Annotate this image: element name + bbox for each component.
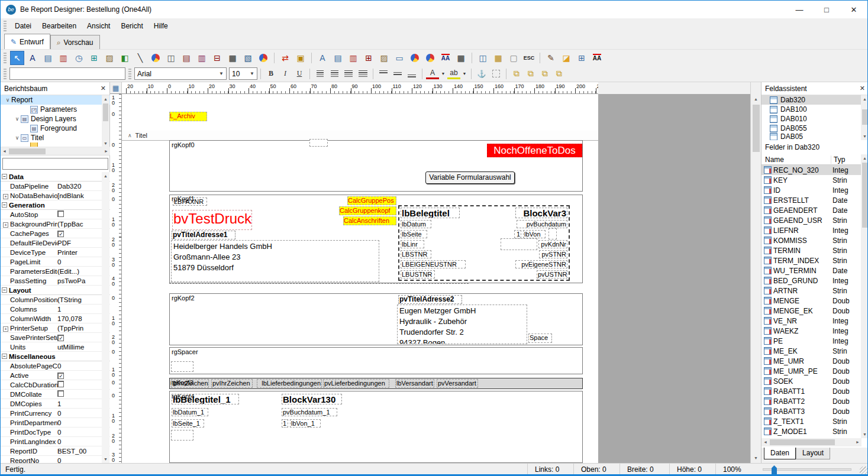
report-page[interactable]: ∧ Titel L_ArchivrgKopf0NochOffeneToDosVa… (122, 94, 598, 463)
highlight-color-button[interactable]: ab (447, 69, 460, 79)
font-size-combo[interactable]: 10 ▼ (229, 67, 257, 80)
expand-icon[interactable]: + (3, 194, 8, 199)
calcgruppenkopf-label[interactable]: CalcGruppenkopf (339, 206, 396, 215)
chevron-down-icon[interactable]: ∨ (4, 97, 11, 103)
checkbox-checked[interactable]: ✓ (57, 231, 64, 237)
pvtiteladresse1-label[interactable]: pvTitelAdresse1 (172, 231, 235, 239)
table-item-dab055[interactable]: DAB055 (761, 124, 861, 133)
calcgruppepos-label[interactable]: CalcGruppePos (347, 196, 396, 205)
chevron-down-icon[interactable]: ∨ (14, 116, 21, 122)
close-icon[interactable]: ✕ (101, 85, 106, 92)
lbdatum-1-label[interactable]: lbDatum_1 (172, 408, 208, 416)
zoom-slider-thumb[interactable] (772, 465, 777, 474)
line-tool[interactable]: ╲ (133, 51, 147, 65)
collapse-icon[interactable]: − (2, 202, 7, 208)
select-tool[interactable]: ↖ (10, 51, 24, 65)
field-row-geaendert[interactable]: GEAENDERTDate (761, 205, 861, 215)
underline-button[interactable]: U (293, 67, 306, 80)
property-row-printersetup[interactable]: +PrinterSetup(TppPrin (1, 323, 110, 333)
property-row-columnpositions[interactable]: ColumnPositions(TString (1, 295, 110, 305)
property-row-backgroundprintse[interactable]: +BackgroundPrintSe(TppBac (1, 219, 110, 229)
report-tree-vscrollbar[interactable]: ▲ ▼ (102, 95, 109, 147)
archive-tool[interactable]: ▣ (293, 51, 308, 65)
property-row-reportid[interactable]: ReportIDBEST_00 (1, 446, 110, 456)
db-barcode-tool[interactable]: ▦ (225, 51, 240, 65)
lbvon-1-value[interactable]: 1 (282, 419, 288, 428)
checkbox-checked[interactable]: ✓ (57, 373, 64, 379)
close-button[interactable]: ✕ (840, 1, 867, 18)
field-row-liefnr[interactable]: LIEFNRInteg (761, 225, 861, 235)
archiv-label[interactable]: L_Archiv (169, 112, 207, 121)
menu-grip[interactable] (4, 21, 7, 31)
field-row-kommiss[interactable]: KOMMISSStrin (761, 235, 861, 245)
sidebar-item-report[interactable]: ∨Report (1, 95, 110, 105)
column-typ-header[interactable]: Typ (831, 156, 845, 164)
field-row-rabatt1[interactable]: RABATT1Doub (761, 386, 861, 396)
field-row-menge[interactable]: MENGEDoub (761, 296, 861, 306)
variable-tool[interactable]: ⊞ (87, 51, 101, 65)
scroll-up-icon[interactable]: ▲ (752, 95, 760, 103)
scroll-left-icon[interactable]: ◄ (761, 438, 769, 446)
field-row-bed_grund[interactable]: BED_GRUNDInteg (761, 276, 861, 286)
field-row-waekz[interactable]: WAEKZInteg (761, 326, 861, 336)
checkbox-unchecked[interactable] (57, 211, 64, 217)
scroll-down-icon[interactable]: ▼ (752, 454, 760, 462)
collapse-icon[interactable]: − (2, 287, 7, 293)
field-row-me_umr[interactable]: ME_UMRDoub (761, 356, 861, 366)
db-text-tool[interactable]: ◫ (164, 51, 178, 65)
property-row-parameterseditor[interactable]: ParametersEditor(Edit...) (1, 267, 110, 276)
band-collapse-icon[interactable]: ∧ (128, 132, 132, 138)
lbvon-value[interactable]: 1 (514, 230, 521, 238)
sub-memo-tool[interactable]: ▤ (331, 51, 345, 65)
sub-chart2-tool[interactable] (423, 51, 437, 65)
placeholder-box[interactable] (171, 361, 193, 372)
field-row-termin[interactable]: TERMINStrin (761, 245, 861, 255)
chevron-down-icon[interactable]: ▼ (246, 71, 254, 76)
font-name-combo[interactable]: Arial ▼ (134, 67, 227, 80)
noch-offene-todos-label[interactable]: NochOffeneToDos (487, 144, 582, 157)
bring-to-front-button[interactable]: ⧉ (510, 67, 523, 80)
send-to-back-button[interactable]: ⧉ (524, 67, 537, 80)
field-row-rabatt2[interactable]: RABATT2Doub (761, 396, 861, 406)
sub-image-tool[interactable]: ▨ (377, 51, 391, 65)
swap-pages-tool[interactable]: ⇄ (278, 51, 292, 65)
pvversandart-label[interactable]: pvVersandart (437, 379, 478, 388)
align-justify-button[interactable] (356, 67, 369, 80)
lbfaxnr-label[interactable]: LBFAXNR (173, 197, 207, 206)
placeholder-box[interactable] (548, 228, 557, 239)
pvstnr-label[interactable]: pvSTNR (539, 250, 567, 258)
page-tool[interactable]: ▢ (506, 51, 521, 65)
space-label[interactable]: Space (528, 333, 552, 343)
db-calc-tool[interactable]: ⊟ (210, 51, 224, 65)
db-richtext-tool[interactable]: ▥ (195, 51, 209, 65)
field-row-key[interactable]: KEYStrin (761, 175, 861, 185)
anchor-button[interactable]: ⚓ (475, 67, 488, 80)
tab-vorschau[interactable]: ⌕Vorschau (50, 35, 100, 49)
address2-memo[interactable]: Eugen Metzger GmbH Hydraulik - Zubehör T… (397, 305, 527, 344)
menu-item-bearbeiten[interactable]: Bearbeiten (37, 18, 82, 34)
field-row-z_mode1[interactable]: Z_MODE1Strin (761, 426, 861, 436)
memo-tool[interactable]: ▤ (41, 51, 55, 65)
region-label-rgspacer[interactable]: rgSpacer (172, 348, 207, 356)
property-row-printdepartment[interactable]: PrintDepartment0 (1, 418, 110, 428)
db-memo-tool[interactable]: ▤ (179, 51, 193, 65)
menu-item-hilfe[interactable]: Hilfe (149, 18, 173, 34)
scroll-down-icon[interactable]: ▼ (102, 455, 109, 463)
checkbox-unchecked[interactable] (57, 381, 64, 387)
variable-formularauswahl-button[interactable]: Variable Formularauswahl (425, 171, 515, 184)
italic-button[interactable]: I (279, 67, 292, 80)
sidebar-item-design-layers[interactable]: ∨▤Design Layers (1, 114, 110, 124)
region-label-rgkopf2[interactable]: rgKopf2 (172, 294, 207, 302)
expand-icon[interactable]: + (3, 222, 8, 228)
field-row-z_text1[interactable]: Z_TEXT1Strin (761, 416, 861, 426)
sidebar-item-titel[interactable]: ∨▭Titel (1, 133, 110, 143)
minimize-button[interactable]: — (786, 1, 813, 18)
placeholder-box[interactable] (309, 139, 328, 147)
align-left-button[interactable] (314, 67, 327, 80)
field-row-pe[interactable]: PEInteg (761, 336, 861, 346)
label-tool[interactable]: A (25, 51, 40, 65)
lbeigeneustnr-label[interactable]: LBEIGENEUSTNR (401, 260, 466, 268)
sub-region-tool[interactable]: ▭ (392, 51, 406, 65)
pvkdnnr-label[interactable]: pvKdnNr (538, 240, 567, 248)
map-tool[interactable]: ◪ (559, 51, 573, 65)
